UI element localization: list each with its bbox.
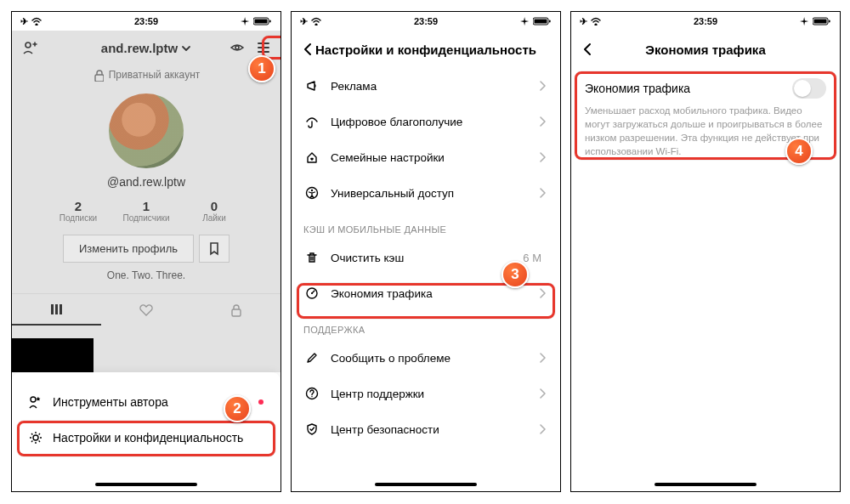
data-saver-title: Экономия трафика (571, 42, 840, 57)
shield-icon (303, 421, 320, 438)
umbrella-icon (303, 113, 320, 130)
bio-text: One. Two. Three. (12, 269, 280, 281)
data-saver-header: Экономия трафика (571, 31, 840, 68)
chevron-icon (536, 351, 548, 365)
chevron-icon (536, 387, 548, 400)
add-user-icon[interactable] (22, 41, 37, 55)
lock-tab-icon (230, 303, 241, 317)
row-ads[interactable]: Реклама (292, 68, 560, 104)
back-button[interactable] (581, 42, 593, 56)
edit-profile-button[interactable]: Изменить профиль (63, 235, 194, 263)
chevron-icon (536, 115, 548, 128)
gauge-icon (303, 285, 320, 302)
stat-followers[interactable]: 1Подписчики (112, 199, 180, 223)
status-bar: ✈ 23:59 (12, 12, 280, 31)
settings-title: Настройки и конфиденциальность (292, 42, 560, 57)
data-saver-row-title: Экономия трафика (585, 82, 690, 95)
battery-icon (813, 17, 831, 25)
row-label: Универсальный доступ (331, 187, 526, 200)
row-label: Семейные настройки (331, 151, 526, 164)
handle-text: @and.rew.lptw (12, 175, 280, 189)
question-icon (303, 385, 320, 402)
accessibility-icon (303, 184, 320, 201)
screen-data-saver: ✈ 23:59 Экономия трафика Экономия трафик… (570, 11, 841, 492)
row-label: Сообщить о проблеме (331, 352, 526, 365)
battery-icon (533, 17, 552, 25)
toggle-knob (794, 80, 811, 97)
profile-tabs (12, 293, 280, 326)
row-report[interactable]: Сообщить о проблеме (292, 340, 560, 376)
wifi-icon (311, 17, 323, 25)
sheet-settings-privacy[interactable]: Настройки и конфиденциальность (12, 420, 280, 456)
tab-grid[interactable] (12, 294, 101, 326)
chevron-icon (536, 79, 548, 93)
row-label: Очистить кэш (331, 252, 513, 264)
status-bar: ✈ 23:59 (292, 12, 560, 31)
stat-likes[interactable]: 0Лайки (180, 199, 248, 223)
chevron-icon (536, 422, 548, 436)
back-button[interactable] (302, 42, 314, 56)
notification-dot (258, 399, 264, 405)
home-indicator (95, 483, 197, 486)
wifi-icon (31, 17, 43, 25)
row-wellbeing[interactable]: Цифровое благополучие (292, 104, 560, 139)
callout-badge-2: 2 (224, 395, 251, 422)
airplane-icon: ✈ (580, 16, 587, 27)
chevron-icon (536, 286, 548, 300)
trash-icon (303, 249, 320, 266)
profile-body-dimmed: and.rew.lptw Приватный аккаунт @and.rew.… (12, 31, 280, 372)
eye-icon[interactable] (230, 42, 245, 54)
home-indicator (375, 483, 477, 486)
section-cache-label: КЭШ И МОБИЛЬНЫЕ ДАННЫЕ (292, 211, 560, 240)
tab-private[interactable] (191, 294, 280, 326)
video-thumb (12, 338, 94, 372)
stat-following[interactable]: 2Подписки (44, 199, 112, 223)
row-label: Цифровое благополучие (331, 116, 526, 128)
stats-row: 2Подписки 1Подписчики 0Лайки (12, 199, 280, 223)
callout-badge-4: 4 (785, 138, 813, 165)
bookmark-button[interactable] (199, 235, 230, 263)
row-family[interactable]: Семейные настройки (292, 139, 560, 175)
chevron-down-icon (180, 42, 192, 53)
row-label: Центр безопасности (331, 423, 526, 436)
location-icon (241, 17, 250, 26)
grid-icon (49, 303, 64, 316)
status-bar: ✈ 23:59 (571, 12, 840, 31)
avatar[interactable] (109, 93, 184, 168)
lock-icon (93, 69, 104, 82)
data-saver-toggle[interactable] (792, 78, 826, 99)
heart-icon (139, 303, 153, 317)
bottom-sheet: Инструменты автора Настройки и конфиденц… (12, 372, 280, 491)
username-dropdown[interactable]: and.rew.lptw (101, 41, 192, 55)
private-text: Приватный аккаунт (109, 69, 201, 81)
chevron-icon (536, 150, 548, 164)
home-heart-icon (303, 149, 320, 166)
wifi-icon (591, 17, 603, 25)
tab-liked[interactable] (101, 294, 190, 326)
callout-badge-3: 3 (502, 261, 529, 288)
private-account-label: Приватный аккаунт (12, 65, 280, 85)
location-icon (520, 17, 530, 26)
row-safety[interactable]: Центр безопасности (292, 411, 560, 447)
bookmark-icon (207, 241, 221, 256)
airplane-icon: ✈ (20, 16, 28, 27)
cache-size-value: 6 M (523, 252, 541, 264)
sheet-item-label: Настройки и конфиденциальность (53, 431, 243, 445)
row-label: Экономия трафика (331, 287, 526, 300)
row-accessibility[interactable]: Универсальный доступ (292, 175, 560, 211)
screen-settings: ✈ 23:59 Настройки и конфиденциальность Р… (291, 11, 561, 492)
callout-badge-1: 1 (248, 55, 275, 82)
row-label: Центр поддержки (331, 388, 526, 400)
sheet-item-label: Инструменты автора (53, 395, 168, 409)
home-indicator (654, 483, 756, 486)
chevron-icon (536, 186, 548, 200)
username-text: and.rew.lptw (101, 41, 178, 55)
megaphone-icon (303, 77, 320, 94)
airplane-icon: ✈ (300, 16, 308, 27)
status-time: 23:59 (414, 16, 438, 26)
pen-icon (303, 349, 320, 366)
star-icon (27, 394, 44, 411)
status-time: 23:59 (694, 16, 717, 26)
hamburger-icon[interactable] (257, 41, 270, 54)
row-help[interactable]: Центр поддержки (292, 376, 560, 411)
